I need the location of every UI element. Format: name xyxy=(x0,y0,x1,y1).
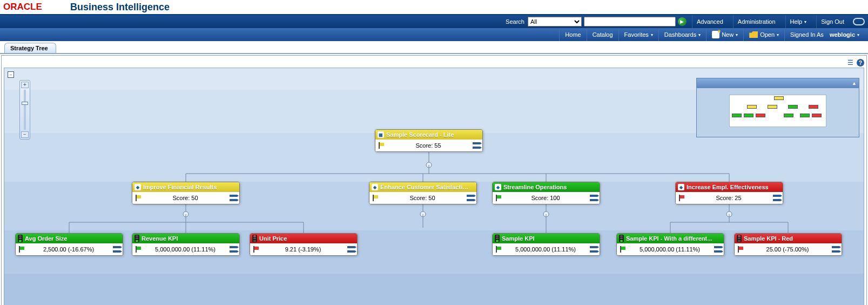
progress-indicator-icon xyxy=(853,18,865,25)
link-signout[interactable]: Sign Out xyxy=(816,15,849,28)
oracle-logo-icon: ORACLE xyxy=(3,2,56,12)
node-menu-icon[interactable] xyxy=(773,195,780,201)
node-menu-icon[interactable] xyxy=(113,246,120,253)
flag-yellow-icon xyxy=(372,195,378,201)
node-menu-icon[interactable] xyxy=(467,195,474,201)
node-improve-financial-results[interactable]: ◈Improve Financial Results Score: 50 xyxy=(132,182,240,204)
minimap-header[interactable]: ▲ xyxy=(697,78,859,88)
svg-point-10 xyxy=(183,211,189,217)
new-document-icon xyxy=(712,31,719,38)
tab-strip: Strategy Tree xyxy=(0,41,868,54)
node-sample-kpi-red[interactable]: Sample KPI - Red 25.00 (-75.00%) xyxy=(734,233,842,256)
objective-icon: ◈ xyxy=(372,184,378,190)
node-increase-employee-effectiveness[interactable]: ◈Increase Empl. Effectiveness Score: 25 xyxy=(675,182,783,204)
search-scope-select[interactable]: All xyxy=(528,17,582,26)
link-help[interactable]: Help▾ xyxy=(785,15,811,28)
node-menu-icon[interactable] xyxy=(230,195,237,201)
traffic-light-icon xyxy=(737,235,742,242)
flag-green-icon xyxy=(495,195,501,201)
minimap[interactable]: ▲ xyxy=(696,78,859,137)
zoom-out-button[interactable]: − xyxy=(21,131,29,138)
collapse-toggle[interactable]: − xyxy=(8,71,14,78)
traffic-light-icon xyxy=(134,235,139,242)
traffic-light-icon xyxy=(18,235,23,242)
chevron-down-icon: ▾ xyxy=(777,32,779,37)
app-header: ORACLE Business Intelligence xyxy=(0,0,868,15)
chevron-down-icon: ▾ xyxy=(804,19,806,24)
link-administration[interactable]: Administration xyxy=(733,15,780,28)
chevron-down-icon: ▾ xyxy=(651,32,653,37)
chevron-down-icon: ▾ xyxy=(698,32,701,37)
zoom-track[interactable] xyxy=(24,90,26,130)
tab-strategy-tree[interactable]: Strategy Tree xyxy=(4,43,56,53)
nav-bar: Home Catalog Favorites▾ Dashboards▾ New▾… xyxy=(0,28,868,41)
signed-in-user: weblogic xyxy=(830,31,855,38)
node-menu-icon[interactable] xyxy=(714,246,722,253)
node-sample-kpi[interactable]: Sample KPI 5,000,000.00 (11.11%) xyxy=(492,233,600,256)
node-menu-icon[interactable] xyxy=(590,195,597,201)
folder-open-icon xyxy=(749,31,758,38)
node-unit-price[interactable]: Unit Price 9.21 (-3.19%) xyxy=(250,233,358,256)
nav-open[interactable]: Open▾ xyxy=(743,28,784,41)
link-advanced[interactable]: Advanced xyxy=(692,15,728,28)
nav-signed-in-as[interactable]: Signed In As weblogic ▾ xyxy=(784,28,865,41)
svg-point-17 xyxy=(420,211,426,217)
strategy-tree-canvas[interactable]: − + − ▲ xyxy=(4,68,864,305)
content-wrapper: ☰ ? − + − ▲ xyxy=(1,55,867,305)
scorecard-icon: ▦ xyxy=(378,131,384,138)
flag-red-icon xyxy=(252,246,259,253)
node-menu-icon[interactable] xyxy=(230,246,237,253)
search-label: Search xyxy=(506,18,524,25)
zoom-slider[interactable]: + − xyxy=(19,80,30,140)
flag-red-icon xyxy=(678,195,684,201)
brand-logo: ORACLE xyxy=(0,2,56,12)
chevron-up-icon: ▲ xyxy=(852,81,857,86)
search-input[interactable] xyxy=(584,17,676,26)
svg-point-2 xyxy=(426,162,432,168)
options-icon[interactable]: ☰ xyxy=(847,59,853,67)
node-enhance-customer-satisfaction[interactable]: ◈Enhance Customer Satisfaction Score: 50 xyxy=(369,182,477,204)
zoom-thumb[interactable] xyxy=(22,102,28,105)
search-go-button[interactable]: ▶ xyxy=(678,17,687,26)
node-avg-order-size[interactable]: Avg Order Size 2,500.00 (-16.67%) xyxy=(15,233,123,256)
objective-icon: ◈ xyxy=(495,184,501,190)
minimap-body xyxy=(729,95,826,127)
objective-icon: ◈ xyxy=(134,184,141,190)
flag-green-icon xyxy=(495,246,501,253)
node-root[interactable]: ▦Sample Scorecard - Lite Score: 55 xyxy=(375,129,483,152)
chevron-down-icon: ▾ xyxy=(736,32,738,37)
traffic-light-icon xyxy=(252,235,257,242)
nav-favorites[interactable]: Favorites▾ xyxy=(618,28,658,41)
nav-home[interactable]: Home xyxy=(559,28,586,41)
node-streamline-operations[interactable]: ◈Streamline Operations Score: 100 xyxy=(492,182,600,204)
node-menu-icon[interactable] xyxy=(590,246,597,253)
node-revenue-kpi[interactable]: Revenue KPI 5,000,000.00 (11.11%) xyxy=(132,233,240,256)
traffic-light-icon xyxy=(495,235,500,242)
objective-icon: ◈ xyxy=(678,184,684,190)
chevron-down-icon: ▾ xyxy=(857,32,859,37)
flag-yellow-icon xyxy=(134,195,141,201)
flag-yellow-icon xyxy=(378,142,384,149)
zoom-in-button[interactable]: + xyxy=(21,82,29,88)
nav-new[interactable]: New▾ xyxy=(706,28,743,41)
traffic-light-icon xyxy=(619,235,624,242)
flag-green-icon xyxy=(134,246,141,253)
node-sample-kpi-different[interactable]: Sample KPI - With a different... 5,000,0… xyxy=(616,233,724,256)
app-title: Business Intelligence xyxy=(70,2,170,13)
content-toolbar: ☰ ? xyxy=(4,58,864,68)
node-menu-icon[interactable] xyxy=(473,142,480,149)
flag-green-icon xyxy=(619,246,625,253)
flag-green-icon xyxy=(18,246,24,253)
help-icon[interactable]: ? xyxy=(857,59,864,67)
signed-in-as-label: Signed In As xyxy=(790,31,824,38)
global-bar: Search All ▶ Advanced Administration Hel… xyxy=(0,15,868,28)
node-menu-icon[interactable] xyxy=(347,246,355,253)
nav-catalog[interactable]: Catalog xyxy=(587,28,618,41)
svg-text:ORACLE: ORACLE xyxy=(3,2,42,12)
flag-red-icon xyxy=(737,246,743,253)
svg-point-23 xyxy=(726,211,732,217)
svg-point-20 xyxy=(543,211,549,217)
node-menu-icon[interactable] xyxy=(832,246,839,253)
nav-dashboards[interactable]: Dashboards▾ xyxy=(658,28,706,41)
